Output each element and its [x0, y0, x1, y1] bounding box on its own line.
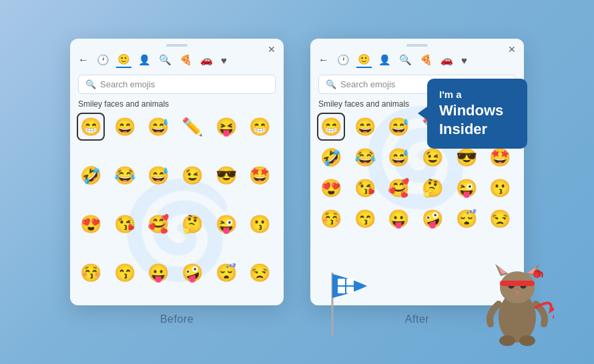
heart-icon-before[interactable]: ♥	[220, 53, 228, 67]
section-label-before: Smiley faces and animals	[70, 99, 284, 113]
emoji-cell[interactable]: 😚	[77, 259, 105, 287]
emoji-cell[interactable]: 😛	[384, 205, 412, 233]
search-icon-before: 🔍	[85, 79, 96, 89]
search-icon-after: 🔍	[326, 79, 336, 89]
emoji-cell[interactable]: 😘	[351, 174, 379, 202]
emoji-cell[interactable]: 😛	[144, 259, 172, 287]
emoji-cell[interactable]: 😁	[77, 113, 105, 141]
emoji-cell[interactable]: 😉	[178, 161, 206, 189]
emoji-cell[interactable]: 🤣	[77, 161, 105, 189]
after-panel-wrapper: I'm a Windows Insider	[310, 39, 524, 325]
emoji-cell[interactable]: 🤔	[418, 174, 447, 202]
emoji-cell[interactable]: 😒	[486, 205, 514, 233]
emoji-cell[interactable]: 😍	[317, 174, 345, 202]
emoji-cell[interactable]: 😅	[144, 113, 172, 141]
windows-flag	[314, 266, 370, 342]
svg-rect-3	[338, 287, 345, 293]
emoji-cell[interactable]: 😝	[212, 113, 240, 141]
travel-icon-before[interactable]: 🚗	[199, 53, 214, 67]
panel-handle-before	[70, 39, 284, 49]
handle-bar-before	[166, 44, 188, 47]
panel-handle-after	[310, 39, 524, 49]
person-icon-before[interactable]: 👤	[137, 53, 152, 67]
handle-bar-after	[406, 44, 428, 47]
badge-line3: Insider	[439, 120, 515, 139]
back-button-before[interactable]: ←	[78, 54, 89, 66]
nav-after: ← 🕐 🙂 👤 🔍 🍕 🚗 ♥	[310, 49, 524, 72]
svg-point-15	[515, 291, 519, 293]
nav-icons-before: 🕐 🙂 👤 🔍 🍕 🚗 ♥	[95, 52, 228, 68]
badge-line2: Windows	[439, 101, 515, 121]
nav-before: ← 🕐 🙂 👤 🔍 🍕 🚗 ♥	[70, 49, 284, 72]
svg-rect-2	[346, 279, 354, 285]
emoji-cell[interactable]: 😚	[317, 205, 345, 233]
emoji-cell[interactable]: 😙	[111, 259, 139, 287]
comparison-container: ✕ ← 🕐 🙂 👤 🔍 🍕 🚗 ♥	[70, 39, 524, 325]
emoji-cell[interactable]: 🤩	[246, 161, 274, 189]
emoji-cell[interactable]: 😙	[351, 205, 379, 233]
emoji-cell[interactable]: 😗	[486, 174, 514, 202]
emoji-cell[interactable]: 😂	[351, 143, 379, 171]
svg-point-19	[519, 335, 535, 346]
emoji-cell[interactable]: 😅	[384, 143, 412, 171]
panel-content-before: ← 🕐 🙂 👤 🔍 🍕 🚗 ♥ 🔍 Search emojis	[70, 49, 284, 305]
clock-icon-after[interactable]: 🕐	[336, 53, 351, 67]
person-icon-after[interactable]: 👤	[377, 53, 392, 67]
emoji-cell[interactable]: 🥰	[384, 174, 412, 202]
emoji-cell[interactable]: 😅	[384, 113, 412, 141]
heart-icon-after[interactable]: ♥	[460, 53, 469, 67]
food-icon-after[interactable]: 🍕	[418, 53, 434, 67]
nav-icons-after: 🕐 🙂 👤 🔍 🍕 🚗 ♥	[336, 52, 469, 68]
emoji-cell[interactable]: ✏️	[178, 113, 206, 141]
smiley-icon-before[interactable]: 🙂	[116, 52, 131, 68]
emoji-cell[interactable]: 😎	[212, 161, 240, 189]
emoji-cell[interactable]: 🤔	[178, 211, 206, 239]
emoji-cell[interactable]: 🥰	[144, 211, 172, 239]
emoji-cell[interactable]: 😍	[77, 211, 105, 239]
emoji-cell[interactable]: 😅	[144, 161, 172, 189]
emoji-cell[interactable]: 😗	[246, 211, 274, 239]
svg-rect-16	[500, 281, 535, 286]
cat-mascot	[481, 237, 554, 349]
food-icon-before[interactable]: 🍕	[178, 53, 194, 67]
badge-arrow	[418, 107, 427, 120]
badge-line1: I'm a	[439, 88, 515, 101]
smiley-icon-after[interactable]: 🙂	[356, 52, 372, 68]
before-label: Before	[160, 313, 194, 325]
emoji-cell[interactable]: 😄	[351, 113, 379, 141]
svg-point-6	[500, 271, 535, 303]
emoji-cell[interactable]: 😁	[246, 113, 274, 141]
emoji-cell[interactable]: 😴	[453, 205, 481, 233]
emoji-cell[interactable]: 😄	[111, 113, 139, 141]
emoji-cell[interactable]: 😒	[246, 259, 274, 287]
emoji-cell[interactable]: 🤣	[317, 143, 345, 171]
before-panel-wrapper: ✕ ← 🕐 🙂 👤 🔍 🍕 🚗 ♥	[70, 39, 284, 325]
emoji-grid-before: 😁 😄 😅 ✏️ 😝 😁 🤣 😂 😅 😉 😎 🤩 😍 😘	[70, 113, 284, 305]
emoji-cell[interactable]: 😘	[111, 211, 139, 239]
emoji-cell[interactable]: 😜	[453, 174, 481, 202]
emoji-cell[interactable]: 😴	[212, 259, 240, 287]
search-nav-icon-before[interactable]: 🔍	[158, 53, 173, 67]
emoji-cell[interactable]: 🤪	[178, 259, 206, 287]
search-bar-before[interactable]: 🔍 Search emojis	[78, 75, 276, 94]
after-emoji-panel: I'm a Windows Insider	[310, 39, 524, 305]
emoji-cell[interactable]: 😜	[212, 211, 240, 239]
travel-icon-after[interactable]: 🚗	[439, 53, 455, 67]
back-button-after[interactable]: ←	[318, 54, 329, 66]
insider-badge: I'm a Windows Insider	[427, 79, 527, 149]
svg-rect-4	[346, 287, 354, 293]
search-placeholder-before: Search emojis	[100, 79, 155, 89]
emoji-cell[interactable]: 😂	[111, 161, 139, 189]
emoji-cell[interactable]: 😁	[317, 113, 345, 141]
search-placeholder-after: Search emojis	[340, 79, 395, 89]
clock-icon-before[interactable]: 🕐	[95, 53, 111, 67]
before-emoji-panel: ✕ ← 🕐 🙂 👤 🔍 🍕 🚗 ♥	[70, 39, 284, 305]
svg-point-18	[499, 335, 515, 346]
svg-rect-1	[338, 279, 345, 285]
search-nav-icon-after[interactable]: 🔍	[398, 53, 413, 67]
after-label: After	[405, 313, 429, 325]
emoji-cell[interactable]: 🤪	[418, 205, 447, 233]
